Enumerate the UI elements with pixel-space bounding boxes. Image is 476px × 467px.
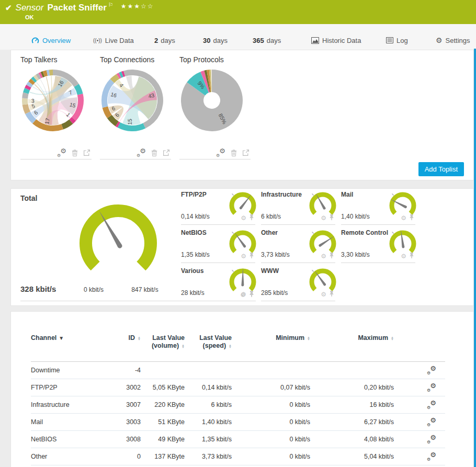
sort-icon: ▲▼ [182,344,185,348]
toplist-chart[interactable]: 16715117653 [20,68,85,133]
tab-overview[interactable]: Overview [31,35,71,46]
tab-log[interactable]: Log [386,35,408,46]
column-header-minimum[interactable]: Minimum▲▼ [247,334,310,342]
svg-text:1: 1 [65,111,72,118]
column-header-last-value-speed[interactable]: Last Value (speed)▲▼ [195,334,232,350]
cell-minimum: 0 kbit/s [247,418,310,426]
gauge-channel-label: WWW [261,267,279,275]
tab-live-data[interactable]: ((•)) Live Data [93,35,134,46]
channel-settings-icon[interactable]: ⚙⚙ [427,383,436,392]
gear-icon[interactable]: ⚙ [401,215,406,221]
flag-icon[interactable]: ⚐ [108,2,114,8]
add-toplist-button[interactable]: Add Toplist [418,162,464,176]
cell-id: 3008 [104,436,141,443]
toplist-chart[interactable]: 431566164 [100,68,165,133]
channel-settings-icon[interactable]: ⚙⚙ [427,401,436,409]
sort-icon: ▲▼ [138,336,141,340]
svg-text:15: 15 [127,119,133,125]
gauge-value: 285 kbit/s [261,289,288,297]
cell-channel[interactable]: Infrastructure [31,401,70,408]
tab-icon: ((•)) [93,38,102,43]
right-edge-strip [474,49,476,467]
external-link-icon[interactable] [242,149,250,156]
gauges-panel: Total 0 kbit/s 847 kbit/s 328 kbit/s ⚙ F… [10,188,474,306]
divider [181,301,255,301]
cell-minimum: 0 kbit/s [247,401,310,408]
cell-volume: 5,05 KByte [143,384,185,391]
trash-icon[interactable] [151,149,158,157]
external-link-icon[interactable] [83,149,90,156]
cell-id: 3007 [104,401,141,408]
gear-icon[interactable]: ⚙ [401,253,406,259]
gear-icon[interactable]: ⚙ [321,215,326,221]
cell-id: 3003 [104,418,141,426]
pin-icon[interactable] [249,213,254,223]
status-badge: OK [25,14,34,20]
pin-icon[interactable] [249,252,254,261]
toplist-chart[interactable]: 85%9% [179,68,244,133]
toplist-edit-icon[interactable]: ⚙⚙ [217,149,225,157]
gear-icon[interactable]: ⚙ [321,253,326,259]
gauge-channel-label: Infrastructure [261,191,302,198]
cell-volume: 220 KByte [143,401,185,408]
tab-days[interactable]: 2 days [154,35,175,46]
cell-id: 0 [104,453,141,460]
gauge-value: 6 kbit/s [261,213,281,220]
pin-icon[interactable] [409,252,414,261]
pin-icon[interactable] [409,213,414,223]
tab-days[interactable]: 365 days [253,35,281,46]
pin-icon[interactable] [249,290,254,299]
divider [261,263,335,263]
column-header-id[interactable]: ID▲▼ [104,334,141,342]
external-link-icon[interactable] [163,149,170,156]
gauge-channel-label: FTP/P2P [181,191,207,198]
gear-icon[interactable]: ⚙ [321,291,326,298]
tab-settings[interactable]: ⚙ Settings [436,35,470,46]
cell-channel[interactable]: FTP/P2P [31,384,58,391]
channel-settings-icon[interactable]: ⚙⚙ [427,366,436,374]
cell-channel[interactable]: Downtime [31,367,60,374]
star-rating[interactable]: ★★★☆☆ [121,3,154,10]
cell-volume: 51 KByte [143,418,185,426]
gauge-value: 3,30 kbit/s [341,251,370,258]
divider [341,224,415,225]
gear-icon[interactable]: ⚙ [241,291,246,298]
cell-channel[interactable]: Mail [31,418,43,426]
total-gauge-value: 328 kbit/s [20,284,56,293]
pin-icon[interactable] [329,290,334,299]
channel-settings-icon[interactable]: ⚙⚙ [427,452,436,461]
cell-minimum: 0 kbit/s [247,436,310,443]
cell-maximum: 5,04 kbit/s [331,453,394,460]
pin-icon[interactable] [329,252,334,261]
toplist-card: Top Protocols 85%9% ⚙⚙ [179,55,253,160]
tab-icon [311,37,319,44]
column-header-last-value-volume[interactable]: Last Value (volume)▲▼ [148,334,185,350]
sensor-kind-label: Sensor [16,3,44,13]
cell-channel[interactable]: Other [31,453,47,460]
channel-settings-icon[interactable]: ⚙⚙ [427,435,436,443]
gear-icon[interactable]: ⚙ [241,215,246,221]
gauge-cell-various: Various 28 kbit/s ⚙ [181,266,255,301]
tab-historic-data[interactable]: Historic Data [311,35,361,46]
divider [341,263,415,263]
gear-icon[interactable]: ⚙ [241,253,246,259]
divider [181,224,255,225]
gauge-cell-other: Other 3,73 kbit/s ⚙ [261,228,335,263]
column-header-channel[interactable]: Channel▼ [31,334,64,342]
table-row: Infrastructure 3007 220 KByte 6 kbit/s 0… [11,396,474,414]
gauge-channel-label: Remote Control [341,229,388,236]
trash-icon[interactable] [71,149,78,157]
toplist-card: Top Talkers 16715117653 ⚙⚙ [20,55,94,160]
channel-settings-icon[interactable]: ⚙⚙ [427,418,436,426]
trash-icon[interactable] [230,149,237,157]
cell-minimum: 0,07 kbit/s [247,384,310,391]
gauge-cell-netbios: NetBIOS 1,35 kbit/s ⚙ [181,228,255,263]
toplist-edit-icon[interactable]: ⚙⚙ [137,149,146,157]
sort-icon: ▲▼ [307,336,310,340]
toplist-edit-icon[interactable]: ⚙⚙ [58,149,66,157]
column-header-maximum[interactable]: Maximum▲▼ [331,334,394,342]
tab-days[interactable]: 30 days [203,35,228,46]
sensor-title: Packet Sniffer [47,3,106,13]
pin-icon[interactable] [329,213,334,223]
cell-channel[interactable]: NetBIOS [31,436,56,443]
